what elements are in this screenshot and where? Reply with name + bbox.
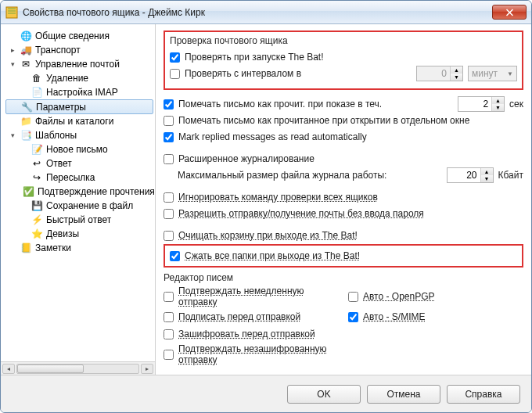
tree-item-label: Файлы и каталоги	[35, 116, 113, 127]
max-log-input[interactable]	[448, 168, 480, 182]
interval-unit-combobox[interactable]: минут ▼	[468, 66, 517, 81]
tree-item-label: Подтверждение прочтения	[38, 186, 155, 197]
scroll-left-button[interactable]: ◂	[2, 364, 15, 374]
tree-item[interactable]: ✅Подтверждение прочтения	[5, 185, 153, 199]
scroll-thumb[interactable]	[17, 365, 84, 373]
tree-item-label: Девизы	[46, 228, 79, 239]
allow-nopass-checkbox[interactable]	[164, 209, 174, 219]
spin-up-icon[interactable]: ▲	[481, 168, 493, 175]
nav-tree[interactable]: 🌐Общие сведения🚚Транспорт✉Управление поч…	[1, 24, 155, 361]
newmail-icon: 📝	[31, 143, 43, 156]
encrypt-before-checkbox[interactable]	[164, 329, 174, 339]
empty-trash-checkbox[interactable]	[164, 231, 174, 241]
compact-folders-label: Сжать все папки при выходе из The Bat!	[185, 250, 360, 261]
scroll-track[interactable]	[16, 364, 139, 374]
tree-item[interactable]: 🗑Удаление	[5, 71, 153, 85]
flash-icon: ⚡	[31, 214, 43, 226]
ignore-check-cmd-label: Игнорировать команду проверки всех ящико…	[178, 192, 378, 203]
max-log-spinbox[interactable]: ▲▼	[447, 167, 494, 183]
tree-item[interactable]: 📑Шаблоны	[5, 128, 153, 142]
mark-replied-checkbox[interactable]	[164, 132, 174, 142]
tree-item-label: Общие сведения	[35, 31, 110, 41]
tree-item[interactable]: ⭐Девизы	[5, 227, 153, 241]
ok-button[interactable]: OK	[287, 385, 361, 404]
tree-item-label: Ответ	[46, 158, 72, 169]
cancel-button[interactable]: Отмена	[367, 385, 440, 404]
trash-icon: 🗑	[31, 72, 43, 84]
tree-item[interactable]: 📁Файлы и каталоги	[5, 114, 153, 128]
tree-item-label: Удаление	[46, 73, 88, 84]
interval-value-input[interactable]	[417, 66, 450, 81]
mark-read-on-open-checkbox[interactable]	[164, 116, 174, 126]
spin-up-icon[interactable]: ▲	[492, 97, 504, 104]
tree-item-label: Шаблоны	[35, 130, 77, 141]
check-on-start-label: Проверять при запуске The Bat!	[185, 52, 324, 63]
client-area: 🌐Общие сведения🚚Транспорт✉Управление поч…	[1, 24, 531, 375]
expander-icon[interactable]	[9, 131, 16, 139]
auto-openpgp-checkbox[interactable]	[348, 292, 358, 302]
help-button[interactable]: Справка	[447, 385, 520, 404]
world-icon: 🌐	[20, 30, 32, 42]
mark-read-after-input[interactable]	[458, 97, 491, 111]
compact-folders-group: Сжать все папки при выходе из The Bat!	[164, 244, 523, 268]
auto-openpgp-label: Авто - OpenPGP	[363, 291, 435, 302]
expander-icon[interactable]	[9, 46, 16, 54]
tree-item[interactable]: 📒Заметки	[5, 241, 153, 255]
spin-down-icon[interactable]: ▼	[451, 74, 462, 81]
tree-item-label: Пересылка	[46, 172, 95, 183]
scroll-right-button[interactable]: ▸	[141, 364, 153, 374]
check-mailbox-title: Проверка почтового ящика	[170, 35, 517, 46]
spin-up-icon[interactable]: ▲	[451, 66, 462, 74]
mark-read-after-spinbox[interactable]: ▲▼	[458, 96, 505, 112]
content-panel: Проверка почтового ящика Проверять при з…	[156, 24, 531, 375]
confirm-unenc-label: Подтверждать незашифрованную отправку	[178, 343, 339, 365]
spin-down-icon[interactable]: ▼	[492, 104, 504, 111]
envelope-icon: ✉	[20, 58, 32, 70]
forward-icon: ↪	[31, 171, 43, 184]
ext-logging-label: Расширенное журналирование	[178, 153, 315, 164]
confirm-icon: ✅	[23, 185, 34, 198]
tree-item[interactable]: 🚚Транспорт	[5, 43, 153, 57]
confirm-immediate-checkbox[interactable]	[164, 292, 174, 302]
tree-item[interactable]: 🔧Параметры	[5, 99, 153, 114]
titlebar: Свойства почтового ящика - Джеймс Кирк	[1, 1, 531, 24]
mark-read-on-open-label: Помечать письмо как прочитанное при откр…	[178, 115, 469, 126]
spin-down-icon[interactable]: ▼	[481, 175, 493, 182]
tree-item-label: Быстрый ответ	[46, 214, 111, 225]
motto-icon: ⭐	[31, 228, 43, 240]
mark-read-after-checkbox[interactable]	[164, 99, 174, 110]
close-button[interactable]	[492, 5, 527, 20]
allow-nopass-label: Разрешить отправку/получение почты без в…	[178, 208, 424, 219]
tree-item-label: Параметры	[36, 102, 86, 113]
app-icon	[5, 6, 18, 19]
tree-item-label: Сохранение в файл	[46, 200, 133, 211]
interval-spinbox[interactable]: ▲▼	[416, 66, 463, 81]
sign-before-checkbox[interactable]	[164, 312, 174, 322]
tree-hscrollbar[interactable]: ◂ ▸	[1, 361, 155, 375]
sign-before-label: Подписать перед отправкой	[178, 311, 300, 322]
tree-item[interactable]: 🌐Общие сведения	[5, 29, 153, 43]
tree-item[interactable]: 📝Новое письмо	[5, 142, 153, 156]
tree-item[interactable]: ↪Пересылка	[5, 171, 153, 185]
nav-panel: 🌐Общие сведения🚚Транспорт✉Управление поч…	[1, 24, 156, 375]
auto-smime-label: Авто - S/MIME	[363, 311, 425, 322]
check-interval-checkbox[interactable]	[170, 69, 180, 79]
tree-item[interactable]: 💾Сохранение в файл	[5, 199, 153, 213]
tree-item-label: Управление почтой	[35, 59, 120, 70]
auto-smime-checkbox[interactable]	[348, 312, 358, 322]
reply-icon: ↩	[31, 157, 43, 170]
confirm-unenc-checkbox[interactable]	[164, 350, 174, 360]
ignore-check-cmd-checkbox[interactable]	[164, 192, 174, 203]
tree-item[interactable]: ✉Управление почтой	[5, 57, 153, 71]
tree-item[interactable]: 📄Настройка IMAP	[5, 85, 153, 99]
compact-folders-checkbox[interactable]	[170, 251, 180, 261]
ext-logging-checkbox[interactable]	[164, 154, 174, 164]
check-interval-label: Проверять с интервалом в	[185, 68, 301, 79]
car-icon: 🚚	[20, 44, 32, 56]
tree-item[interactable]: ⚡Быстрый ответ	[5, 213, 153, 227]
tree-item[interactable]: ↩Ответ	[5, 156, 153, 171]
check-on-start-checkbox[interactable]	[170, 52, 180, 63]
templates-icon: 📑	[20, 129, 32, 142]
expander-icon[interactable]	[9, 60, 16, 68]
tree-item-label: Транспорт	[35, 45, 81, 56]
